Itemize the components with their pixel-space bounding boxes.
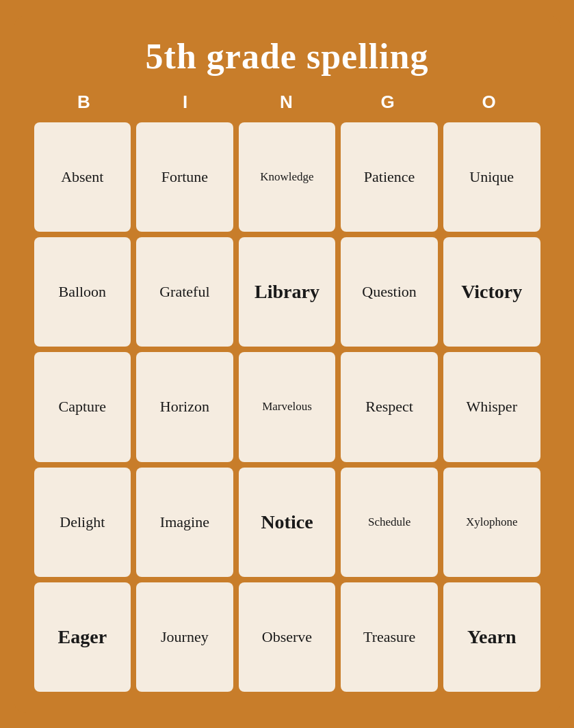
bingo-header-cell: G: [338, 89, 439, 116]
bingo-cell-word: Journey: [161, 628, 209, 646]
page-title: 5th grade spelling: [146, 36, 429, 77]
bingo-cell[interactable]: Absent: [34, 122, 131, 232]
bingo-cell-word: Fortune: [161, 168, 208, 186]
bingo-cell[interactable]: Journey: [136, 582, 233, 692]
bingo-cell-word: Absent: [61, 168, 103, 186]
bingo-cell[interactable]: Respect: [341, 352, 438, 461]
bingo-cell[interactable]: Imagine: [136, 468, 233, 577]
bingo-cell[interactable]: Balloon: [34, 237, 131, 347]
bingo-header-cell: N: [237, 89, 338, 116]
bingo-cell-word: Treasure: [363, 628, 415, 646]
bingo-cell[interactable]: Schedule: [341, 468, 438, 577]
bingo-cell-word: Marvelous: [262, 400, 312, 414]
bingo-cell[interactable]: Unique: [443, 122, 540, 232]
bingo-card: 5th grade spelling BINGO AbsentFortuneKn…: [14, 16, 561, 713]
bingo-cell-word: Grateful: [159, 283, 209, 301]
bingo-header-row: BINGO: [34, 89, 540, 116]
bingo-cell-word: Horizon: [160, 398, 209, 416]
bingo-header-cell: O: [439, 89, 540, 116]
bingo-cell[interactable]: Treasure: [341, 582, 438, 692]
bingo-cell-word: Respect: [365, 398, 413, 416]
bingo-cell-word: Imagine: [160, 513, 209, 531]
bingo-cell-word: Patience: [364, 168, 415, 186]
bingo-cell-word: Whisper: [466, 398, 517, 416]
bingo-cell-word: Library: [255, 280, 319, 304]
bingo-cell-word: Delight: [60, 513, 105, 531]
bingo-header-cell: B: [34, 89, 135, 116]
bingo-cell-word: Balloon: [58, 283, 106, 301]
bingo-cell-word: Yearn: [467, 625, 517, 649]
bingo-cell[interactable]: Horizon: [136, 352, 233, 461]
bingo-cell[interactable]: Knowledge: [239, 122, 336, 232]
bingo-cell[interactable]: Xylophone: [443, 468, 540, 577]
bingo-grid: AbsentFortuneKnowledgePatienceUniqueBall…: [34, 122, 540, 692]
bingo-cell[interactable]: Library: [239, 237, 336, 347]
bingo-cell-word: Notice: [261, 511, 313, 534]
bingo-cell[interactable]: Marvelous: [239, 352, 336, 461]
bingo-cell[interactable]: Eager: [34, 582, 131, 692]
bingo-cell[interactable]: Whisper: [443, 352, 540, 461]
bingo-cell[interactable]: Notice: [239, 468, 336, 577]
bingo-cell[interactable]: Patience: [341, 122, 438, 232]
bingo-cell[interactable]: Victory: [443, 237, 540, 347]
bingo-cell[interactable]: Question: [341, 237, 438, 347]
bingo-cell[interactable]: Delight: [34, 468, 131, 577]
bingo-cell-word: Schedule: [368, 515, 410, 529]
bingo-cell-word: Victory: [461, 280, 522, 304]
bingo-cell-word: Capture: [58, 398, 106, 416]
bingo-cell-word: Knowledge: [260, 170, 313, 184]
bingo-cell[interactable]: Grateful: [136, 237, 233, 347]
bingo-cell-word: Question: [362, 283, 416, 301]
bingo-header-cell: I: [135, 89, 237, 116]
bingo-cell-word: Eager: [58, 625, 107, 649]
bingo-cell[interactable]: Fortune: [136, 122, 233, 232]
bingo-cell-word: Unique: [469, 168, 514, 186]
bingo-cell-word: Observe: [262, 628, 312, 646]
bingo-cell[interactable]: Capture: [34, 352, 131, 461]
bingo-cell-word: Xylophone: [466, 515, 518, 529]
bingo-cell[interactable]: Yearn: [443, 582, 540, 692]
bingo-cell[interactable]: Observe: [239, 582, 336, 692]
